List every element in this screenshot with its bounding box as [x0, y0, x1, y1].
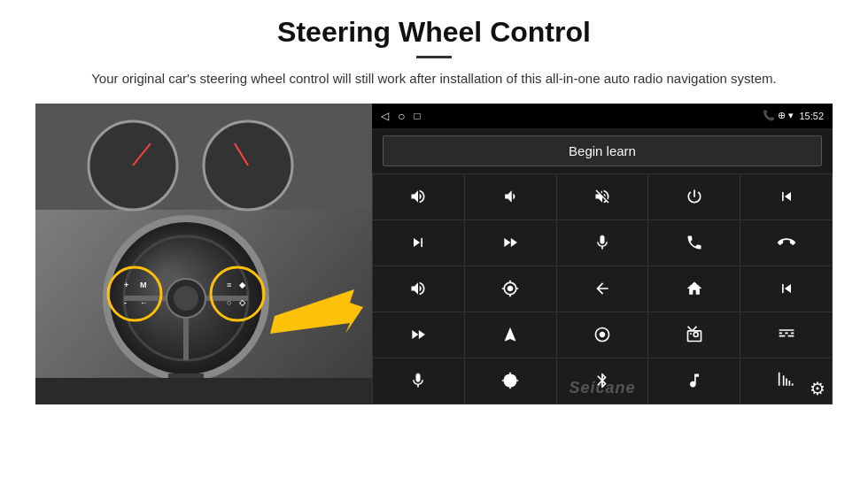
ctrl-btn-mic2[interactable]: [373, 358, 464, 404]
ctrl-btn-next[interactable]: [373, 220, 464, 266]
ctrl-btn-vol-up[interactable]: [373, 174, 464, 219]
ctrl-btn-fast-fwd[interactable]: [373, 312, 464, 358]
page-wrapper: Steering Wheel Control Your original car…: [0, 0, 868, 485]
ctrl-btn-source[interactable]: [557, 312, 648, 358]
ctrl-btn-mic[interactable]: [557, 220, 648, 266]
content-row: ◁ ○ □ 📞 ⊕ ▾ 15:52 Begin learn Seicane ⚙: [35, 104, 833, 404]
nav-home-icon[interactable]: ○: [398, 109, 405, 123]
ctrl-btn-power[interactable]: [648, 174, 740, 219]
ctrl-btn-prev-track[interactable]: [740, 174, 832, 219]
status-bar: ◁ ○ □ 📞 ⊕ ▾ 15:52: [372, 104, 833, 128]
ctrl-btn-horn[interactable]: [373, 266, 464, 312]
page-title: Steering Wheel Control: [35, 16, 833, 49]
begin-learn-row: Begin learn: [372, 128, 833, 173]
nav-back-icon[interactable]: ◁: [381, 110, 389, 122]
ctrl-btn-settings2[interactable]: [465, 358, 556, 404]
gear-icon[interactable]: ⚙: [810, 378, 825, 399]
ctrl-btn-phone[interactable]: [648, 220, 740, 266]
begin-learn-button[interactable]: Begin learn: [383, 135, 822, 166]
page-subtitle: Your original car's steering wheel contr…: [71, 69, 797, 89]
ctrl-btn-skip-back[interactable]: [740, 266, 832, 312]
steering-wheel-canvas: [35, 104, 372, 404]
clock: 15:52: [799, 111, 824, 121]
controls-grid: [372, 173, 833, 404]
ctrl-btn-nav[interactable]: [465, 312, 556, 358]
ctrl-btn-mute[interactable]: [557, 174, 648, 219]
title-divider: [416, 56, 452, 58]
status-icons: 📞 ⊕ ▾: [763, 110, 794, 121]
android-ui: ◁ ○ □ 📞 ⊕ ▾ 15:52 Begin learn Seicane ⚙: [372, 104, 833, 404]
ctrl-btn-bluetooth[interactable]: [557, 358, 648, 404]
ctrl-btn-cam360[interactable]: [465, 266, 556, 312]
status-bar-nav: ◁ ○ □: [381, 109, 421, 123]
ctrl-btn-ff[interactable]: [465, 220, 556, 266]
ctrl-btn-vol-down[interactable]: [465, 174, 556, 219]
title-section: Steering Wheel Control Your original car…: [35, 16, 833, 104]
ctrl-btn-back[interactable]: [557, 266, 648, 312]
status-bar-right: 📞 ⊕ ▾ 15:52: [763, 110, 824, 121]
ctrl-btn-home[interactable]: [648, 266, 740, 312]
ctrl-btn-eq[interactable]: [740, 312, 832, 358]
nav-recent-icon[interactable]: □: [414, 110, 420, 122]
car-image: [35, 104, 372, 404]
ctrl-btn-music[interactable]: [648, 358, 740, 404]
ctrl-btn-hang-up[interactable]: [740, 220, 832, 266]
ctrl-btn-radio[interactable]: [648, 312, 740, 358]
